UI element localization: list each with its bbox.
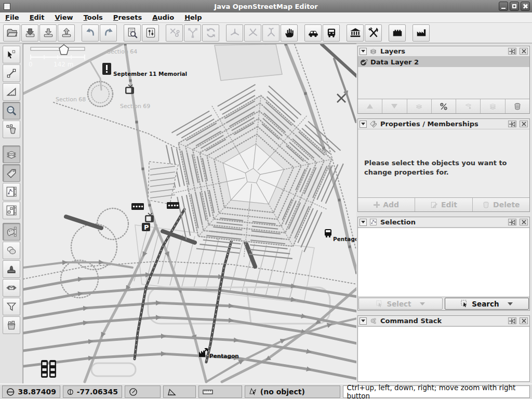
sticky-pin-button[interactable] [508,219,516,225]
upload-data-button[interactable] [58,24,75,42]
changeset-toggle-button[interactable] [3,316,20,334]
relation-list-toggle-button[interactable] [3,202,20,219]
properties-panel-title: Properties / Memberships [380,120,505,128]
sticky-pin-button[interactable] [508,121,516,127]
castle-preset-button[interactable] [389,24,406,42]
delete-tool-button[interactable] [3,121,20,138]
panel-close-button[interactable] [520,121,528,127]
delete-tag-button: Delete [473,198,529,211]
unglue-way-button [244,24,261,42]
restriction-hand-button[interactable] [281,24,298,42]
command-stack-list[interactable] [358,326,529,381]
combine-way-button [184,24,201,42]
castle-icon [392,27,403,38]
unglue-way-icon [247,27,259,38]
latitude-icon [6,388,15,396]
restaurant-preset-button[interactable] [365,24,382,42]
section-69-label: Section 69 [120,103,150,110]
bus-preset-button[interactable] [323,24,340,42]
down-arrow-icon [391,104,397,109]
duplicate-layer-button [481,99,505,113]
move-layer-up-button [358,99,382,113]
factory-preset-button[interactable] [413,24,430,42]
platform-icon [167,202,179,209]
conflict-toggle-button[interactable] [3,279,20,297]
layers-list[interactable]: Data Layer 2 [358,57,529,99]
menu-view[interactable]: View [55,14,73,21]
undo-button[interactable] [82,24,99,42]
select-label: Select [387,300,411,308]
collapse-button[interactable] [360,48,367,55]
maximize-button[interactable] [510,2,519,11]
delete-layer-button[interactable] [506,99,529,113]
save-button[interactable] [21,24,38,42]
zoom-tool-button[interactable] [3,102,20,119]
draw-node-tool-button[interactable] [3,64,20,82]
selection-toggle-button[interactable] [3,183,20,201]
properties-body: Please select the objects you want to ch… [358,129,529,197]
zoom-to-selection-button[interactable] [124,24,141,42]
selection-list-icon [6,186,17,197]
menu-audio[interactable]: Audio [152,14,174,21]
memorial-poi: September 11 Memorial [102,63,187,77]
measure-tool-button[interactable] [3,83,20,101]
redo-button[interactable] [100,24,117,42]
toggle-visibility-button[interactable] [432,99,456,113]
panel-close-button[interactable] [520,317,528,324]
tv-icon [125,85,134,94]
car-preset-button[interactable] [304,24,322,42]
history-toggle-button[interactable] [3,260,20,278]
visibility-slash-icon [439,102,448,111]
menu-bar: File Edit View Tools Presets Audio Help [0,12,532,23]
zoom-to-selection-icon [127,27,138,38]
scale-distance-label: 142 m [54,61,73,68]
collapse-button[interactable] [360,121,367,128]
mappaint-toggle-button[interactable] [3,223,20,241]
filter-toggle-button[interactable] [3,298,20,315]
edit-tool-column [0,44,23,383]
bank-preset-button[interactable] [347,24,364,42]
selection-list[interactable] [358,228,529,297]
close-button[interactable] [521,2,530,11]
select-tool-button[interactable] [3,46,20,63]
menu-edit[interactable]: Edit [30,14,45,21]
main-toolbar [0,23,532,44]
heading-segment [125,385,161,398]
save-icon [24,27,36,38]
unglue-all-icon [265,27,277,38]
maximize-icon [512,4,516,8]
relations-icon [6,245,17,256]
menu-tools[interactable]: Tools [84,14,103,21]
add-label: Add [383,201,399,209]
unglue-node-button [226,24,243,42]
selection-panel-title: Selection [380,218,505,226]
map-canvas[interactable]: 0 142 m Section 64 Section 68 Section 69… [23,44,356,383]
layers-icon [6,149,17,160]
close-icon [522,49,526,54]
cursor-object-icon [249,388,257,396]
sticky-pin-button[interactable] [508,48,516,55]
menu-help[interactable]: Help [184,14,202,21]
menu-presets[interactable]: Presets [113,14,142,21]
collapse-button[interactable] [360,317,367,325]
properties-toggle-button[interactable] [3,164,20,182]
collapse-button[interactable] [360,219,367,226]
open-file-button[interactable] [3,24,20,42]
minimize-button[interactable] [499,2,508,11]
combine-way-icon [187,27,198,38]
map-zoom-slider[interactable] [31,45,85,55]
close-icon [522,122,526,126]
search-button[interactable]: Search [445,298,529,310]
layers-toggle-button[interactable] [3,145,20,163]
panel-close-button[interactable] [520,48,528,55]
relation-list-icon [6,205,17,216]
relations-toggle-button[interactable] [3,242,20,259]
menu-file[interactable]: File [5,14,19,21]
selection-buttons: Select Search [358,297,529,310]
download-data-button[interactable] [39,24,57,42]
preferences-button[interactable] [142,24,159,42]
panel-close-button[interactable] [520,219,528,225]
zoom-slider-thumb[interactable] [59,45,69,55]
layer-row[interactable]: Data Layer 2 [358,57,529,67]
sticky-pin-button[interactable] [508,317,516,324]
